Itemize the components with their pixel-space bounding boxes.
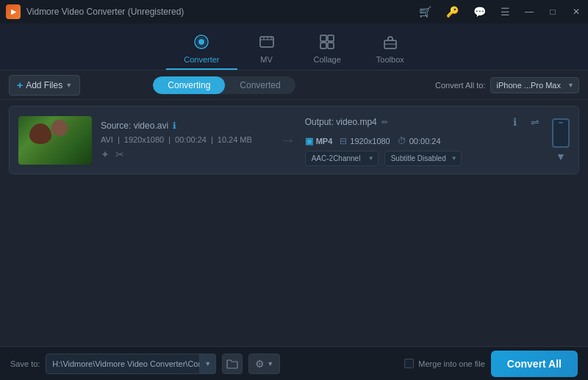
output-name: Output: video.mp4 ✏ [305, 117, 388, 127]
phone-icon [552, 118, 570, 148]
settings-button[interactable]: ⚙ ▼ [248, 354, 280, 374]
bottom-bar: Save to: H:\Vidmore\Vidmore Video Conver… [0, 346, 588, 380]
tab-converter[interactable]: Converter [166, 28, 237, 70]
audio-selector-arrow: ▼ [368, 155, 374, 162]
app-icon: ▶ [6, 4, 21, 19]
toolbox-icon [382, 34, 398, 54]
mv-tab-label: MV [260, 55, 273, 64]
tab-toolbox[interactable]: Toolbox [359, 28, 422, 70]
output-settings-icon[interactable]: ⇌ [527, 114, 543, 130]
meta-resolution: 1920x1080 [124, 135, 164, 144]
source-info-icon[interactable]: ℹ [173, 121, 176, 131]
converted-tab[interactable]: Converted [225, 76, 295, 94]
thumbnail-image [18, 116, 92, 165]
tab-switch: Converting Converted [153, 76, 295, 94]
meta-separator2: | [168, 135, 171, 144]
convert-all-to-label: Convert All to: [435, 81, 485, 90]
file-list: Source: video.avi ℹ AVI | 1920x1080 | 00… [0, 100, 588, 180]
window-controls: — □ ✕ [517, 0, 588, 24]
tab-mv[interactable]: MV [237, 28, 296, 70]
svg-rect-8 [320, 35, 326, 41]
format-selected-value: iPhone ...Pro Max [497, 81, 561, 90]
audio-selector[interactable]: AAC-2Channel ▼ [305, 151, 379, 166]
output-label: Output: video.mp4 [305, 117, 377, 127]
output-format-value: MP4 [316, 137, 333, 146]
toolbox-tab-label: Toolbox [376, 55, 404, 64]
collage-icon [319, 34, 335, 54]
clock-icon: ⏱ [398, 136, 406, 146]
output-resolution-value: 1920x1080 [350, 137, 390, 146]
add-files-dropdown-arrow[interactable]: ▼ [65, 82, 72, 89]
enhance-icon[interactable]: ✦ [101, 148, 110, 160]
minimize-button[interactable]: — [517, 0, 541, 24]
svg-rect-11 [328, 43, 334, 49]
meta-separator1: | [118, 135, 120, 144]
cut-icon[interactable]: ✂ [115, 148, 124, 160]
file-item: Source: video.avi ℹ AVI | 1920x1080 | 00… [9, 106, 579, 174]
subtitle-selector-value: Subtitle Disabled [391, 154, 446, 162]
converting-tab[interactable]: Converting [153, 76, 225, 94]
output-resolution-badge: ⊟ 1920x1080 [340, 136, 390, 146]
file-meta: AVI | 1920x1080 | 00:00:24 | 10.24 MB [101, 135, 271, 144]
format-film-icon: ▣ [305, 136, 313, 146]
video-thumbnail [18, 116, 92, 165]
chat-icon[interactable]: 💬 [469, 3, 490, 21]
toolbar: + Add Files ▼ Converting Converted Conve… [0, 71, 588, 100]
meta-duration: 00:00:24 [175, 135, 207, 144]
plus-icon: + [17, 79, 23, 91]
meta-separator3: | [211, 135, 213, 144]
svg-rect-10 [320, 43, 326, 49]
resolution-icon: ⊟ [340, 136, 347, 146]
output-info-icon[interactable]: ℹ [506, 114, 523, 130]
edit-icon[interactable]: ✏ [381, 118, 388, 127]
source-label: Source: video.avi [101, 121, 168, 131]
converter-tab-label: Converter [184, 55, 219, 64]
file-source: Source: video.avi ℹ [101, 121, 271, 131]
file-actions: ✦ ✂ [101, 148, 271, 160]
format-selector-arrow: ▼ [567, 82, 574, 89]
cart-icon[interactable]: 🛒 [415, 3, 436, 21]
close-button[interactable]: ✕ [564, 0, 588, 24]
convert-all-label: Convert All [507, 358, 562, 370]
add-files-button[interactable]: + Add Files ▼ [9, 75, 80, 96]
audio-selector-value: AAC-2Channel [312, 154, 361, 162]
path-dropdown-button[interactable]: ▼ [200, 354, 216, 374]
convert-all-button[interactable]: Convert All [491, 351, 578, 377]
subtitle-selector-arrow: ▼ [451, 155, 457, 162]
output-duration-badge: ⏱ 00:00:24 [398, 136, 441, 146]
file-info: Source: video.avi ℹ AVI | 1920x1080 | 00… [101, 121, 271, 160]
menu-icon[interactable]: ☰ [496, 3, 514, 21]
output-duration-value: 00:00:24 [409, 137, 441, 146]
save-path-input[interactable]: H:\Vidmore\Vidmore Video Converter\Conve… [46, 354, 200, 374]
merge-label: Merge into one file [418, 359, 485, 368]
folder-button[interactable] [222, 354, 243, 374]
device-icon-area: ▼ [552, 118, 570, 162]
tab-collage[interactable]: Collage [296, 28, 359, 70]
collage-tab-label: Collage [314, 55, 341, 64]
convert-all-to-area: Convert All to: iPhone ...Pro Max ▼ [435, 77, 579, 93]
save-to-label: Save to: [10, 359, 40, 368]
merge-checkbox[interactable] [404, 359, 414, 368]
output-section: Output: video.mp4 ✏ ℹ ⇌ ▣ MP4 ⊟ 1920x108… [305, 114, 543, 166]
output-format-row: ▣ MP4 ⊟ 1920x1080 ⏱ 00:00:24 [305, 136, 543, 146]
global-format-selector[interactable]: iPhone ...Pro Max ▼ [490, 77, 579, 93]
title-actions: 🛒 🔑 💬 ☰ [415, 0, 514, 24]
device-dropdown-arrow[interactable]: ▼ [556, 151, 566, 162]
add-files-label: Add Files [26, 80, 62, 90]
output-controls: ℹ ⇌ [506, 114, 543, 130]
merge-checkbox-area: Merge into one file [404, 359, 485, 368]
arrow-icon: → [280, 131, 296, 150]
output-selectors: AAC-2Channel ▼ Subtitle Disabled ▼ [305, 151, 543, 166]
title-bar: ▶ Vidmore Video Converter (Unregistered)… [0, 0, 588, 24]
meta-format: AVI [101, 135, 113, 144]
settings-dropdown-arrow: ▼ [267, 360, 273, 368]
converter-icon [193, 34, 209, 54]
key-icon[interactable]: 🔑 [442, 3, 463, 21]
output-header: Output: video.mp4 ✏ ℹ ⇌ [305, 114, 543, 130]
mv-icon [259, 34, 275, 54]
gear-icon: ⚙ [255, 358, 265, 370]
maximize-button[interactable]: □ [541, 0, 564, 24]
meta-size: 10.24 MB [218, 135, 252, 144]
app-title: Vidmore Video Converter (Unregistered) [26, 7, 184, 17]
subtitle-selector[interactable]: Subtitle Disabled ▼ [384, 151, 462, 166]
